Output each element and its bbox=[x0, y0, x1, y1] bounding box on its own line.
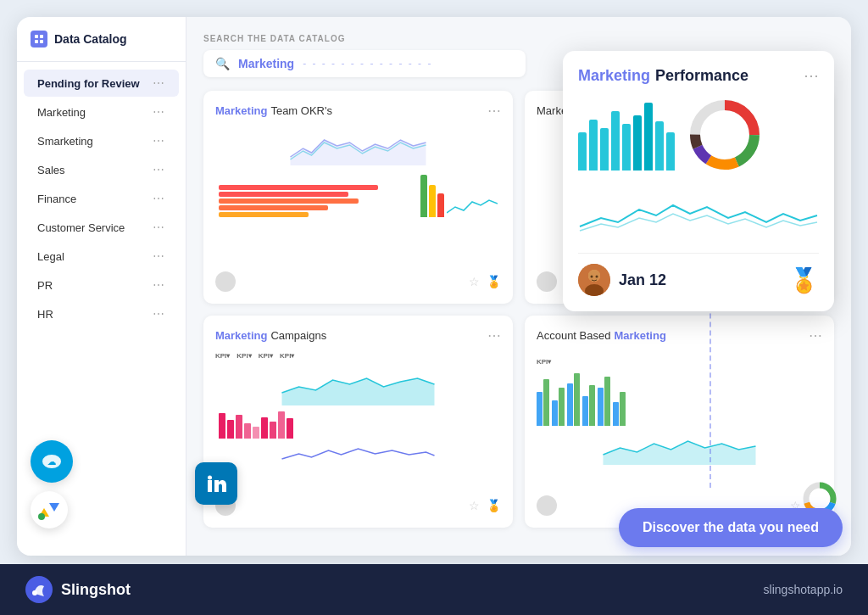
svg-point-10 bbox=[38, 513, 45, 520]
card-title-rest-4: Account Based bbox=[537, 329, 610, 342]
card-footer-1: ☆ 🏅 bbox=[215, 265, 501, 292]
card-marketing-okr: Marketing Team OKR's ⋯ bbox=[203, 91, 513, 304]
search-value: Marketing bbox=[238, 57, 294, 70]
slingshot-logo-icon bbox=[25, 576, 53, 603]
svg-marker-18 bbox=[282, 378, 435, 405]
svg-rect-2 bbox=[35, 35, 38, 38]
sidebar-item-hr[interactable]: HR ⋯ bbox=[24, 300, 179, 327]
sidebar-item-label-sales: Sales bbox=[37, 164, 65, 176]
sidebar-item-marketing[interactable]: Marketing ⋯ bbox=[24, 98, 179, 126]
kpi-label-1: KPI▾ bbox=[215, 352, 230, 360]
card-title-3: Marketing Campaigns bbox=[215, 329, 326, 342]
card-menu-4[interactable]: ⋯ bbox=[809, 327, 822, 344]
svg-point-33 bbox=[701, 111, 748, 159]
sidebar-item-sales[interactable]: Sales ⋯ bbox=[24, 156, 179, 183]
svg-rect-4 bbox=[35, 40, 38, 43]
star-icon-3[interactable]: ☆ bbox=[469, 499, 480, 512]
main-container: Data Catalog Pending for Review ⋯ Market… bbox=[17, 17, 851, 556]
card-footer-icons-1: ☆ 🏅 bbox=[469, 275, 501, 288]
card-marketing-campaigns: Marketing Campaigns ⋯ KPI▾ KPI▾ KPI▾ KPI… bbox=[203, 316, 513, 528]
sidebar-title: Data Catalog bbox=[54, 32, 127, 46]
sidebar-item-menu-sales[interactable]: ⋯ bbox=[153, 163, 165, 176]
popup-award-icon: 🏅 bbox=[789, 266, 819, 294]
svg-point-1 bbox=[32, 590, 37, 595]
sidebar-item-label-smarketing: Smarketing bbox=[37, 135, 93, 148]
sidebar-item-menu-customer-service[interactable]: ⋯ bbox=[153, 221, 165, 234]
popup-title-dark: Performance bbox=[655, 67, 748, 85]
sidebar-item-menu-finance[interactable]: ⋯ bbox=[153, 192, 165, 205]
sidebar-item-menu-marketing[interactable]: ⋯ bbox=[153, 105, 165, 119]
search-icon: 🔍 bbox=[215, 57, 230, 70]
sidebar-item-label-hr: HR bbox=[37, 308, 53, 321]
sidebar-item-menu-legal[interactable]: ⋯ bbox=[153, 249, 165, 263]
wave-chart-4 bbox=[537, 431, 822, 465]
sidebar-item-customer-service[interactable]: Customer Service ⋯ bbox=[24, 214, 179, 241]
card-footer-3: ☆ 🏅 bbox=[215, 489, 501, 516]
app-title: Slingshot bbox=[61, 581, 131, 599]
sidebar-item-label-pending: Pending for Review bbox=[37, 77, 140, 90]
popup-marketing-performance: Marketing Performance ⋯ bbox=[563, 51, 834, 311]
card1-chart-area bbox=[215, 127, 501, 265]
sidebar-item-label-finance: Finance bbox=[37, 193, 76, 205]
sidebar-item-label-customer-service: Customer Service bbox=[37, 221, 125, 234]
cta-button[interactable]: Discover the data you need bbox=[619, 508, 843, 547]
sidebar-item-menu-smarketing[interactable]: ⋯ bbox=[153, 134, 165, 148]
svg-point-26 bbox=[208, 476, 212, 480]
card-title-rest-1: Team OKR's bbox=[270, 104, 332, 117]
kpi-label-single: KPI▾ bbox=[537, 358, 551, 366]
popup-title: Marketing Performance bbox=[578, 67, 748, 85]
popup-title-blue: Marketing bbox=[578, 67, 650, 85]
sidebar-item-menu-pending[interactable]: ⋯ bbox=[153, 76, 165, 90]
wave-chart-1 bbox=[215, 127, 501, 165]
card-footer-icons-3: ☆ 🏅 bbox=[469, 499, 501, 512]
cta-label: Discover the data you need bbox=[643, 520, 819, 534]
bottom-bar: Slingshot slingshotapp.io bbox=[0, 564, 868, 615]
search-bar[interactable]: 🔍 Marketing - - - - - - - - - - - - - - bbox=[203, 50, 526, 77]
star-icon-1[interactable]: ☆ bbox=[469, 275, 480, 288]
salesforce-integration-icon[interactable]: ☁ bbox=[31, 440, 73, 483]
sidebar-item-finance[interactable]: Finance ⋯ bbox=[24, 185, 179, 212]
card-avatar-1 bbox=[215, 271, 236, 292]
sidebar-item-label-marketing: Marketing bbox=[37, 106, 86, 119]
card-account-based: Account Based Marketing ⋯ KPI▾ bbox=[525, 316, 834, 528]
sidebar-header: Data Catalog bbox=[17, 31, 186, 62]
card-header-4: Account Based Marketing ⋯ bbox=[537, 327, 822, 344]
card-title-blue-3: Marketing bbox=[215, 329, 267, 342]
card-title-blue-1: Marketing bbox=[215, 104, 267, 117]
card-title-blue-4: Marketing bbox=[614, 329, 665, 342]
sidebar-item-legal[interactable]: Legal ⋯ bbox=[24, 243, 179, 270]
card-menu-3[interactable]: ⋯ bbox=[487, 327, 501, 344]
popup-bar-chart bbox=[578, 103, 675, 171]
logo-area: Slingshot bbox=[25, 576, 131, 603]
popup-footer-left: Jan 12 bbox=[578, 264, 666, 296]
search-dashes: - - - - - - - - - - - - - - bbox=[303, 58, 432, 70]
linkedin-icon[interactable] bbox=[195, 462, 237, 505]
sidebar-item-menu-pr[interactable]: ⋯ bbox=[153, 278, 165, 292]
popup-date: Jan 12 bbox=[619, 271, 666, 289]
svg-point-40 bbox=[591, 276, 593, 278]
card-title-1: Marketing Team OKR's bbox=[215, 104, 332, 117]
svg-marker-11 bbox=[291, 140, 426, 165]
google-ads-integration-icon[interactable] bbox=[31, 491, 68, 528]
sidebar-item-pending[interactable]: Pending for Review ⋯ bbox=[24, 70, 179, 97]
popup-header: Marketing Performance ⋯ bbox=[578, 66, 819, 85]
popup-avatar bbox=[578, 264, 610, 296]
popup-donut-chart bbox=[687, 97, 763, 176]
data-catalog-icon bbox=[31, 31, 47, 48]
sidebar-item-pr[interactable]: PR ⋯ bbox=[24, 271, 179, 299]
search-label: SEARCH THE DATA CATALOG bbox=[203, 34, 834, 43]
sidebar-item-menu-hr[interactable]: ⋯ bbox=[153, 307, 165, 321]
wave-chart-3 bbox=[215, 363, 501, 405]
svg-rect-25 bbox=[208, 480, 212, 492]
card-title-rest-3: Campaigns bbox=[270, 329, 326, 342]
sidebar-item-label-pr: PR bbox=[37, 279, 53, 292]
popup-line-chart bbox=[578, 188, 819, 243]
kpi-label-4: KPI▾ bbox=[280, 352, 294, 360]
svg-text:☁: ☁ bbox=[47, 457, 56, 467]
sidebar-item-smarketing[interactable]: Smarketing ⋯ bbox=[24, 127, 179, 154]
popup-menu-icon[interactable]: ⋯ bbox=[804, 66, 819, 85]
sidebar: Data Catalog Pending for Review ⋯ Market… bbox=[17, 17, 186, 556]
award-icon-3: 🏅 bbox=[487, 499, 501, 512]
award-icon-1: 🏅 bbox=[487, 275, 501, 288]
card-menu-1[interactable]: ⋯ bbox=[487, 103, 501, 119]
